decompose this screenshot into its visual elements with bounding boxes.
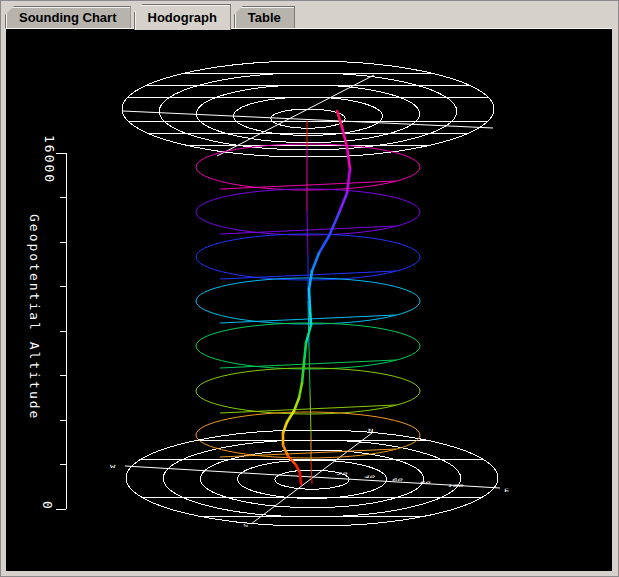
tab-sounding-chart[interactable]: Sounding Chart: [5, 6, 131, 28]
ring-speed-label: 100: [446, 484, 464, 488]
level-ring: [196, 323, 420, 369]
level-axis: [220, 181, 396, 189]
hodograph-panel: 160000Geopotential AltitudeWENS204060801…: [6, 28, 612, 571]
hodograph-chart: 160000Geopotential AltitudeWENS204060801…: [6, 29, 612, 571]
axis-title: Geopotential Altitude: [27, 214, 42, 420]
level-ring: [196, 189, 420, 235]
tab-table-label: Table: [248, 10, 281, 25]
ring-speed-label: 60: [391, 478, 404, 482]
bottom-polar-grid: WENS20406080100: [110, 428, 509, 529]
axis-min-label: 0: [40, 501, 55, 511]
compass-label: W: [110, 464, 116, 470]
level-ring: [196, 144, 420, 190]
compass-label: N: [368, 428, 373, 434]
tab-bar: Sounding Chart Hodograph Table: [1, 1, 618, 28]
compass-label: E: [504, 488, 509, 494]
ring-speed-label: 80: [419, 481, 432, 485]
app-window: Sounding Chart Hodograph Table 160000Geo…: [0, 0, 619, 577]
compass-label: S: [243, 523, 248, 529]
tab-hodograph-label: Hodograph: [148, 10, 217, 25]
level-axis: [220, 226, 396, 234]
tab-hodograph[interactable]: Hodograph: [134, 4, 231, 30]
wind-trace: [283, 111, 350, 484]
ring-speed-label: 40: [363, 475, 376, 479]
ring-speed-label: 20: [335, 472, 348, 476]
top-polar-grid: [122, 61, 494, 157]
level-axis: [220, 360, 396, 368]
altitude-axis: 160000Geopotential Altitude: [27, 135, 66, 511]
axis-max-label: 16000: [42, 135, 57, 184]
tab-sounding-chart-label: Sounding Chart: [19, 10, 117, 25]
level-ring: [196, 368, 420, 414]
tab-table[interactable]: Table: [234, 6, 295, 28]
